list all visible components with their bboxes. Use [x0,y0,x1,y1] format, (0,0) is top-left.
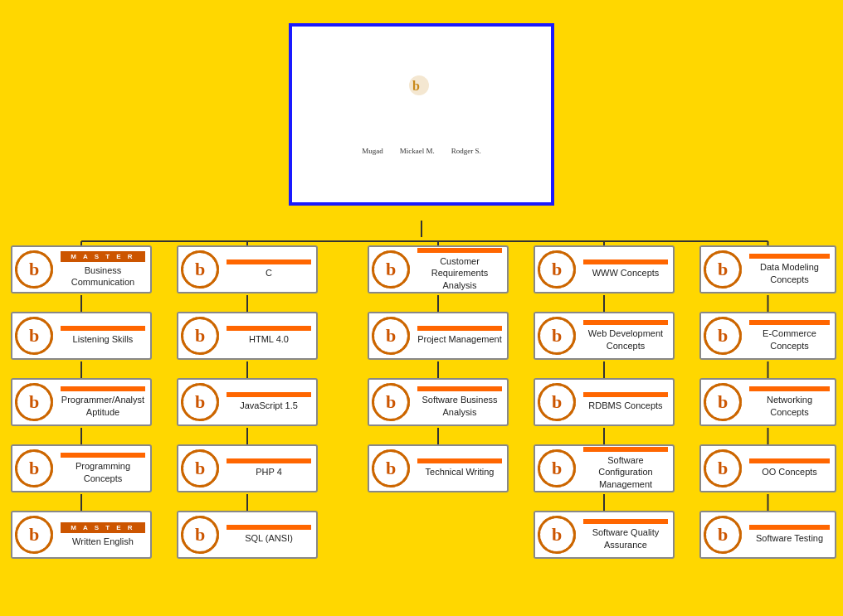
cert-card-programmer-analyst: bProgrammer/Analyst Aptitude [11,378,152,426]
cert-card-software-biz: bSoftware Business Analysis [368,378,509,426]
cert-card-sw-testing: bSoftware Testing [699,511,836,559]
cert-card-www-concepts: bWWW Concepts [534,245,675,293]
cert-card-rdbms: bRDBMS Concepts [534,378,675,426]
cert-card-sql-ansi: bSQL (ANSI) [177,511,318,559]
brainbench-logo-icon: b [407,74,431,97]
page-title [0,0,843,23]
cert-card-business-comm: bM A S T E RBusiness Communication [11,245,152,293]
cert-card-data-modeling: bData Modeling Concepts [699,245,836,293]
cert-card-technical-writing: bTechnical Writing [368,444,509,492]
cert-card-c: bC [177,245,318,293]
svg-text:b: b [412,79,420,93]
cert-card-written-english: bM A S T E RWritten English [11,511,152,559]
cert-signatures: Mugad Mickael M. Rodger S. [362,147,481,155]
cert-card-oo-concepts: bOO Concepts [699,444,836,492]
certificate: b Mugad Mickael M. [289,23,554,206]
cert-card-php4: bPHP 4 [177,444,318,492]
cert-card-customer-req: bCustomer Requirements Analysis [368,245,509,293]
cert-card-sw-quality: bSoftware Quality Assurance [534,511,675,559]
org-tree: bM A S T E RBusiness CommunicationbListe… [2,237,841,569]
cert-card-ecommerce: bE-Commerce Concepts [699,312,836,360]
cert-card-web-dev: bWeb Development Concepts [534,312,675,360]
cert-card-programming-concepts: bProgramming Concepts [11,444,152,492]
cert-card-sw-config: bSoftware Configuration Management [534,444,675,492]
cert-card-networking: bNetworking Concepts [699,378,836,426]
cert-to-tree-connector [2,221,841,237]
cert-card-project-mgmt: bProject Management [368,312,509,360]
cert-card-listening-skills: bListening Skills [11,312,152,360]
cert-card-html4: bHTML 4.0 [177,312,318,360]
cert-card-javascript: bJavaScript 1.5 [177,378,318,426]
